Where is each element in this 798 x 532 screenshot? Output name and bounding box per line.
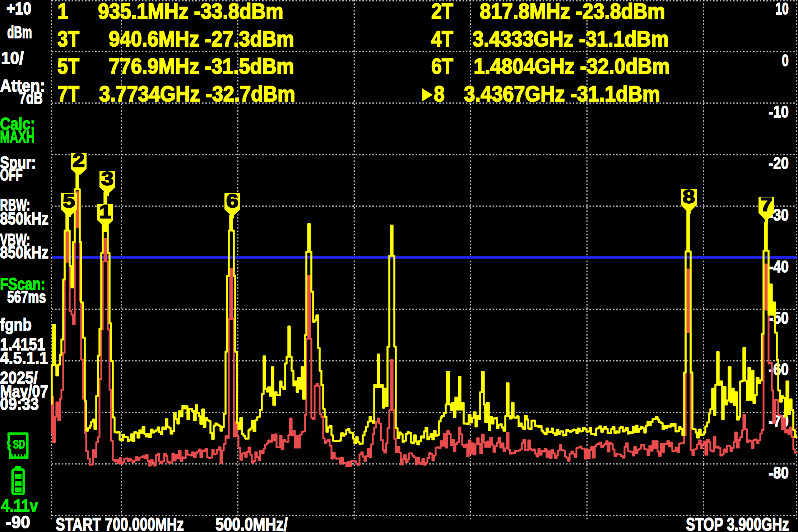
svg-text:4.5.1.1: 4.5.1.1: [0, 348, 48, 367]
svg-text:+10: +10: [6, 0, 31, 18]
svg-text:6: 6: [226, 190, 238, 211]
svg-text:10/: 10/: [1, 48, 24, 68]
svg-text:fgnb: fgnb: [0, 315, 32, 334]
svg-text:START 700.000MHz: START 700.000MHz: [56, 514, 184, 532]
svg-text:500.0MHz/: 500.0MHz/: [215, 514, 288, 532]
svg-text:7dB: 7dB: [19, 88, 43, 107]
svg-text:0: 0: [782, 51, 789, 70]
svg-text:3: 3: [101, 168, 113, 189]
svg-text:MAXH: MAXH: [0, 127, 34, 146]
svg-text:7: 7: [760, 194, 773, 215]
svg-text:10: 10: [775, 0, 789, 18]
svg-text:1: 1: [57, 0, 68, 23]
svg-text:2T: 2T: [431, 0, 453, 23]
svg-text:-80: -80: [769, 463, 789, 482]
svg-text:-40: -40: [769, 257, 789, 276]
svg-text:8: 8: [683, 186, 695, 207]
svg-text:5T: 5T: [57, 54, 79, 78]
svg-text:3.4333GHz -31.1dBm: 3.4333GHz -31.1dBm: [473, 26, 669, 51]
svg-text:09:33: 09:33: [0, 394, 39, 413]
svg-text:3.7734GHz -32.7dBm: 3.7734GHz -32.7dBm: [99, 81, 295, 106]
svg-text:7T: 7T: [57, 81, 79, 106]
svg-text:2: 2: [73, 150, 85, 171]
svg-text:776.9MHz -31.5dBm: 776.9MHz -31.5dBm: [109, 54, 294, 78]
svg-text:3T: 3T: [57, 26, 79, 51]
svg-text:1.4804GHz -32.0dBm: 1.4804GHz -32.0dBm: [474, 54, 670, 78]
svg-text:6T: 6T: [431, 54, 453, 78]
svg-text:1: 1: [99, 201, 111, 222]
svg-text:3.4367GHz -31.1dBm: 3.4367GHz -31.1dBm: [464, 81, 660, 106]
svg-text:940.6MHz -27.3dBm: 940.6MHz -27.3dBm: [109, 26, 294, 51]
svg-text:850kHz: 850kHz: [0, 243, 48, 262]
svg-text:-10: -10: [769, 102, 789, 121]
svg-text:-90: -90: [6, 513, 30, 532]
svg-text:STOP 3.900GHz: STOP 3.900GHz: [686, 514, 789, 532]
svg-text:OFF: OFF: [0, 165, 23, 184]
svg-text:935.1MHz -33.8dBm: 935.1MHz -33.8dBm: [98, 0, 283, 23]
svg-text:567ms: 567ms: [7, 287, 46, 306]
svg-text:SD: SD: [13, 437, 25, 451]
svg-text:5: 5: [63, 190, 75, 211]
svg-text:8: 8: [434, 81, 445, 106]
svg-text:4T: 4T: [431, 26, 453, 51]
svg-text:850kHz: 850kHz: [0, 209, 48, 228]
svg-text:-20: -20: [769, 153, 789, 172]
svg-text:dBm: dBm: [7, 23, 32, 42]
svg-text:817.8MHz -23.8dBm: 817.8MHz -23.8dBm: [480, 0, 665, 23]
